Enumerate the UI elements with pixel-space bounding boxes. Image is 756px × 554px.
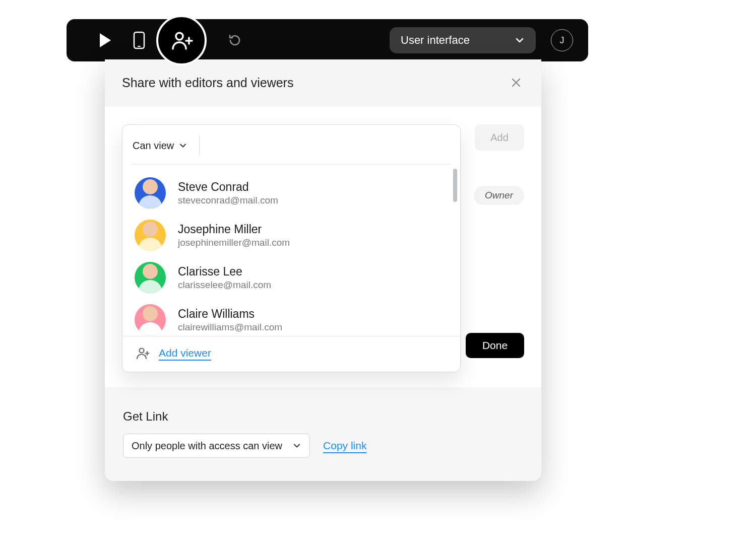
suggestion-item[interactable]: Steve Conrad steveconrad@mail.com xyxy=(127,172,456,214)
mobile-device-icon xyxy=(133,31,145,49)
avatar xyxy=(135,304,166,335)
suggestion-item[interactable]: Josephine Miller josephinemiller@mail.co… xyxy=(127,214,456,256)
play-icon xyxy=(100,33,111,47)
get-link-title: Get Link xyxy=(123,409,523,424)
user-avatar-initial: J xyxy=(560,35,564,46)
history-button[interactable] xyxy=(225,30,245,50)
page-dropdown[interactable]: User interface xyxy=(390,27,536,53)
top-toolbar: User interface J xyxy=(67,19,588,61)
history-icon xyxy=(227,33,242,48)
link-access-select[interactable]: Only people with access can view xyxy=(123,434,310,458)
share-dialog-title: Share with editors and viewers xyxy=(122,76,293,90)
add-button[interactable]: Add xyxy=(475,124,524,151)
share-dialog: Share with editors and viewers Add Owner… xyxy=(105,59,541,481)
add-viewer-link[interactable]: Add viewer xyxy=(159,347,211,359)
page-dropdown-label: User interface xyxy=(401,34,507,47)
suggestion-name: Josephine Miller xyxy=(178,223,290,236)
avatar xyxy=(135,262,166,293)
done-button[interactable]: Done xyxy=(466,333,524,358)
suggestion-item[interactable]: Clarisse Lee clarisselee@mail.com xyxy=(127,256,456,299)
avatar xyxy=(135,177,166,209)
close-icon xyxy=(511,77,522,88)
chevron-down-icon xyxy=(292,441,301,450)
suggestion-name: Clarisse Lee xyxy=(178,265,271,279)
chevron-down-icon xyxy=(179,142,187,150)
person-plus-icon xyxy=(136,345,151,361)
chevron-down-icon xyxy=(515,35,525,45)
suggestion-email: steveconrad@mail.com xyxy=(178,195,278,206)
suggestion-name: Steve Conrad xyxy=(178,180,278,194)
permission-selector[interactable]: Can view xyxy=(133,140,199,152)
people-search-input[interactable] xyxy=(200,138,450,153)
avatar xyxy=(135,220,166,251)
person-plus-icon xyxy=(169,28,194,53)
share-dialog-header: Share with editors and viewers xyxy=(105,59,541,106)
svg-rect-1 xyxy=(138,46,141,47)
owner-badge: Owner xyxy=(474,186,524,205)
close-button[interactable] xyxy=(508,75,524,91)
play-button[interactable] xyxy=(94,30,114,50)
suggestion-email: josephinemiller@mail.com xyxy=(178,237,290,248)
get-link-section: Get Link Only people with access can vie… xyxy=(105,387,541,481)
people-suggestions: Can view xyxy=(122,124,461,372)
suggestion-email: clairewilliams@mail.com xyxy=(178,322,282,333)
svg-point-3 xyxy=(140,349,144,353)
suggestion-name: Claire Williams xyxy=(178,307,282,321)
device-preview-button[interactable] xyxy=(129,30,149,50)
user-avatar[interactable]: J xyxy=(551,29,573,51)
suggestion-item[interactable]: Claire Williams clairewilliams@mail.com xyxy=(127,299,456,336)
suggestion-email: clarisselee@mail.com xyxy=(178,280,271,291)
copy-link-button[interactable]: Copy link xyxy=(323,440,366,452)
share-button[interactable] xyxy=(156,15,207,65)
svg-point-2 xyxy=(176,33,183,40)
scrollbar-thumb[interactable] xyxy=(453,169,457,202)
